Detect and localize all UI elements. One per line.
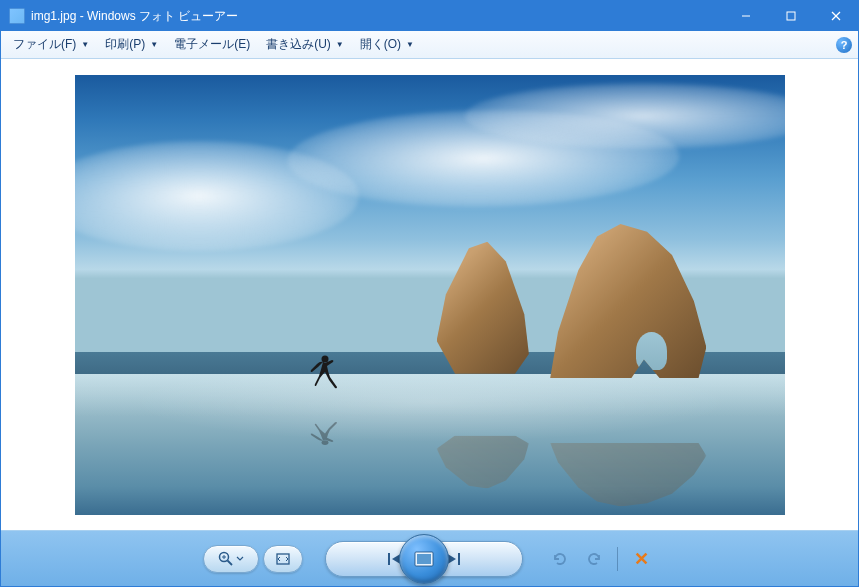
minimize-icon [741, 11, 751, 21]
chevron-down-icon: ▼ [406, 40, 414, 49]
menu-print[interactable]: 印刷(P) ▼ [97, 33, 166, 56]
slideshow-button[interactable] [399, 534, 449, 584]
titlebar[interactable]: img1.jpg - Windows フォト ビューアー [1, 1, 858, 31]
menu-email-label: 電子メール(E) [174, 36, 250, 53]
chevron-down-icon: ▼ [336, 40, 344, 49]
menu-file[interactable]: ファイル(F) ▼ [5, 33, 97, 56]
delete-icon: ✕ [634, 548, 649, 570]
rotate-ccw-button[interactable] [545, 544, 575, 574]
fit-window-icon [275, 551, 291, 567]
help-button[interactable]: ? [836, 37, 852, 53]
svg-line-7 [228, 560, 233, 565]
help-icon: ? [841, 39, 848, 51]
svg-rect-11 [388, 553, 390, 565]
rotate-cw-button[interactable] [579, 544, 609, 574]
app-icon [9, 8, 25, 24]
minimize-button[interactable] [723, 1, 768, 30]
svg-rect-14 [458, 553, 460, 565]
rotate-cw-icon [585, 550, 603, 568]
menu-burn-label: 書き込み(U) [266, 36, 331, 53]
chevron-down-icon [236, 555, 244, 563]
photo-viewer-window: img1.jpg - Windows フォト ビューアー ファイル(F) ▼ 印… [0, 0, 859, 587]
menu-open-label: 開く(O) [360, 36, 401, 53]
svg-rect-10 [277, 554, 289, 564]
viewer-area [1, 59, 858, 530]
actual-size-button[interactable] [263, 545, 303, 573]
separator [617, 547, 618, 571]
menu-open[interactable]: 開く(O) ▼ [352, 33, 422, 56]
svg-rect-13 [417, 554, 431, 564]
control-toolbar: ✕ [1, 530, 858, 586]
rotate-ccw-icon [551, 550, 569, 568]
photo-display[interactable] [75, 75, 785, 515]
zoom-button[interactable] [203, 545, 259, 573]
menu-print-label: 印刷(P) [105, 36, 145, 53]
close-icon [831, 11, 841, 21]
menu-burn[interactable]: 書き込み(U) ▼ [258, 33, 352, 56]
chevron-down-icon: ▼ [150, 40, 158, 49]
window-controls [723, 1, 858, 31]
chevron-down-icon: ▼ [81, 40, 89, 49]
window-title: img1.jpg - Windows フォト ビューアー [31, 8, 238, 25]
svg-rect-1 [787, 12, 795, 20]
slideshow-icon [412, 549, 436, 569]
delete-button[interactable]: ✕ [626, 544, 656, 574]
magnifier-icon [218, 551, 234, 567]
maximize-button[interactable] [768, 1, 813, 30]
close-button[interactable] [813, 1, 858, 30]
navigation-control [325, 541, 523, 577]
menu-file-label: ファイル(F) [13, 36, 76, 53]
maximize-icon [786, 11, 796, 21]
menubar: ファイル(F) ▼ 印刷(P) ▼ 電子メール(E) 書き込み(U) ▼ 開く(… [1, 31, 858, 59]
menu-email[interactable]: 電子メール(E) [166, 33, 258, 56]
svg-point-4 [321, 355, 328, 362]
